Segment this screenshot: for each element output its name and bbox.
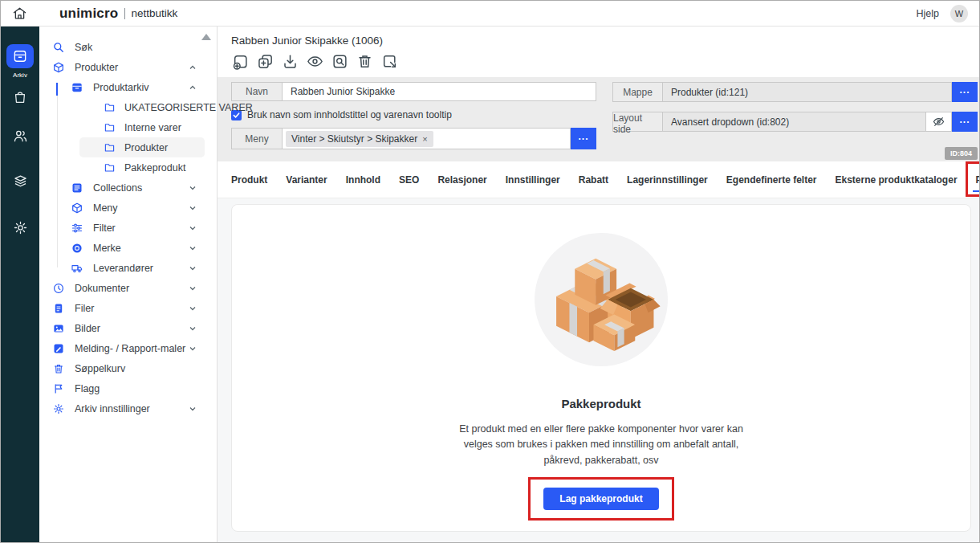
filter-icon bbox=[71, 223, 83, 234]
folder-icon bbox=[104, 142, 115, 153]
edit-icon bbox=[53, 343, 64, 354]
layers-icon[interactable] bbox=[10, 173, 30, 190]
chevron-down-icon[interactable] bbox=[189, 184, 197, 192]
inspect-icon[interactable] bbox=[331, 52, 348, 70]
sidebar-item-produktarkiv[interactable]: Produktarkiv bbox=[39, 77, 217, 97]
rail-item-arkiv[interactable]: Arkiv bbox=[6, 44, 34, 79]
folder-label: Mappe bbox=[612, 82, 662, 102]
flag-icon bbox=[53, 383, 64, 394]
panel-heading: Pakkeprodukt bbox=[232, 397, 970, 410]
chevron-down-icon[interactable] bbox=[189, 325, 197, 333]
shopping-bag-icon[interactable] bbox=[10, 88, 30, 106]
sidebar-item-sok[interactable]: Søk bbox=[39, 37, 217, 57]
sidebar-nav: Søk Produkter Produktarkiv UKATEGORISERT… bbox=[39, 27, 218, 542]
tab-pakkeprodukt[interactable]: Pakkeprodukt bbox=[976, 171, 980, 189]
main-content: Rabben Junior Skipakke (1006) Navn bbox=[218, 27, 979, 542]
folder-value: Produkter (id:121) bbox=[662, 82, 952, 102]
folder-icon bbox=[104, 122, 115, 133]
sidebar-item-interne-varer[interactable]: Interne varer bbox=[79, 117, 205, 137]
gear-icon bbox=[53, 403, 64, 414]
sidebar-item-pakkeprodukt-folder[interactable]: Pakkeprodukt bbox=[79, 157, 205, 178]
trash-icon bbox=[53, 363, 64, 374]
eye-off-icon[interactable] bbox=[926, 112, 952, 132]
help-link[interactable]: Hjelp bbox=[917, 8, 940, 19]
menu-label: Meny bbox=[231, 128, 282, 149]
users-icon[interactable] bbox=[10, 127, 30, 145]
layout-more-button[interactable]: ... bbox=[952, 112, 978, 132]
collections-icon bbox=[71, 182, 83, 194]
tab-relasjoner[interactable]: Relasjoner bbox=[437, 171, 486, 189]
chevron-down-icon[interactable] bbox=[189, 345, 197, 353]
menu-more-button[interactable]: ... bbox=[571, 128, 596, 149]
chevron-down-icon[interactable] bbox=[189, 405, 197, 413]
export-icon[interactable] bbox=[380, 52, 398, 70]
chevron-up-icon[interactable] bbox=[189, 84, 197, 92]
remove-tag-icon[interactable]: × bbox=[422, 134, 427, 144]
sidebar-item-flagg[interactable]: Flagg bbox=[39, 378, 217, 398]
topbar: unimicro nettbutikk Hjelp W bbox=[1, 1, 979, 27]
layout-value: Avansert dropdown (id:802) bbox=[662, 112, 926, 132]
name-input[interactable] bbox=[282, 82, 596, 101]
sidebar-item-leverandorer[interactable]: Leverandører bbox=[39, 258, 217, 278]
name-label: Navn bbox=[231, 82, 282, 101]
tab-varianter[interactable]: Varianter bbox=[286, 171, 327, 189]
sidebar-item-collections[interactable]: Collections bbox=[39, 178, 217, 198]
product-form: Navn Bruk navn som innholdstittel og var… bbox=[218, 77, 979, 161]
sidebar-item-soppelkurv[interactable]: Søppelkurv bbox=[39, 358, 217, 378]
tab-content-area: Pakkeprodukt Et produkt med en eller fle… bbox=[218, 198, 979, 542]
chevron-down-icon[interactable] bbox=[189, 264, 197, 272]
app-rail: Arkiv bbox=[1, 27, 39, 542]
chevron-up-icon[interactable] bbox=[189, 63, 197, 71]
checkbox-label: Bruk navn som innholdstittel og varenavn… bbox=[247, 109, 452, 120]
sidebar-item-arkiv-innstillinger[interactable]: Arkiv innstillinger bbox=[39, 398, 217, 418]
folder-icon bbox=[104, 162, 115, 173]
active-tab-underline bbox=[973, 190, 980, 192]
tab-egendefinerte-felter[interactable]: Egendefinerte felter bbox=[726, 171, 817, 189]
menu-field[interactable]: Vinter > Skiutstyr > Skipakker × bbox=[282, 128, 571, 149]
brand-divider bbox=[124, 8, 125, 19]
tab-produkt[interactable]: Produkt bbox=[231, 171, 267, 189]
sidebar-item-produkter[interactable]: Produkter bbox=[39, 57, 217, 77]
create-package-product-button[interactable]: Lag pakkeprodukt bbox=[543, 488, 658, 510]
folder-icon bbox=[104, 102, 115, 112]
sidebar-item-merke[interactable]: Merke bbox=[39, 238, 217, 258]
page-title: Rabben Junior Skipakke (1006) bbox=[231, 35, 979, 47]
chevron-down-icon[interactable] bbox=[189, 224, 197, 232]
chevron-down-icon[interactable] bbox=[189, 204, 197, 212]
avatar[interactable]: W bbox=[950, 5, 968, 22]
cube-icon bbox=[71, 202, 83, 214]
sidebar-item-dokumenter[interactable]: Dokumenter bbox=[39, 278, 217, 298]
tab-rabatt[interactable]: Rabatt bbox=[579, 171, 608, 189]
sidebar-item-produkter-folder[interactable]: Produkter bbox=[79, 137, 205, 157]
cube-icon bbox=[53, 62, 64, 73]
import-icon[interactable] bbox=[281, 52, 299, 70]
tab-innstillinger[interactable]: Innstillinger bbox=[506, 171, 560, 189]
pakkeprodukt-panel: Pakkeprodukt Et produkt med en eller fle… bbox=[231, 204, 971, 532]
duplicate-icon[interactable] bbox=[256, 52, 274, 70]
sidebar-item-filter[interactable]: Filter bbox=[39, 218, 217, 238]
sidebar-item-filer[interactable]: Filer bbox=[39, 298, 217, 318]
sidebar-item-melding-rapport-maler[interactable]: Melding- / Rapport-maler bbox=[39, 338, 217, 358]
chevron-down-icon[interactable] bbox=[189, 304, 197, 312]
rail-item-label: Arkiv bbox=[13, 71, 27, 79]
gear-icon[interactable] bbox=[10, 218, 30, 236]
delete-icon[interactable] bbox=[356, 52, 373, 70]
sidebar-item-meny[interactable]: Meny bbox=[39, 198, 217, 218]
sidebar-item-ukategoriserte-varer[interactable]: UKATEGORISERTE VARER bbox=[79, 97, 205, 117]
chevron-down-icon[interactable] bbox=[189, 284, 197, 292]
layout-label: Layout side bbox=[612, 112, 662, 132]
file-icon bbox=[53, 303, 64, 314]
archive-icon bbox=[6, 44, 34, 68]
tab-lagerinnstillinger[interactable]: Lagerinnstillinger bbox=[627, 171, 708, 189]
tab-eksterne-produktkataloger[interactable]: Eksterne produktkataloger bbox=[836, 171, 958, 189]
folder-more-button[interactable]: ... bbox=[952, 82, 978, 102]
tab-innhold[interactable]: Innhold bbox=[346, 171, 380, 189]
home-icon[interactable] bbox=[12, 6, 27, 21]
chevron-down-icon[interactable] bbox=[189, 244, 197, 252]
sidebar-item-bilder[interactable]: Bilder bbox=[39, 318, 217, 338]
add-product-icon[interactable] bbox=[231, 52, 249, 70]
toolbar bbox=[231, 52, 979, 70]
tab-seo[interactable]: SEO bbox=[399, 171, 419, 189]
boxes-illustration bbox=[535, 233, 668, 366]
preview-icon[interactable] bbox=[306, 52, 323, 70]
